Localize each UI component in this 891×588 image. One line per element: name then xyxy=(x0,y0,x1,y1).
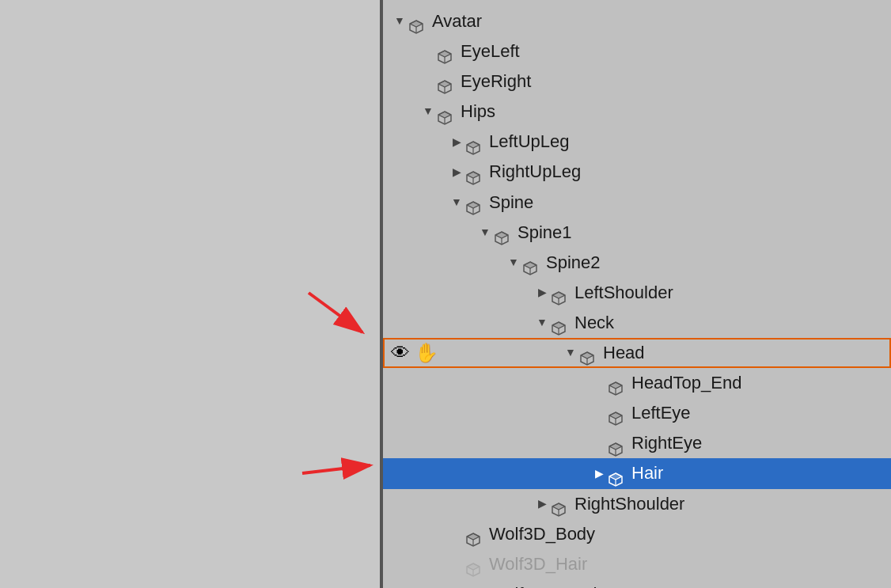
tree-label-lefteye: LeftEye xyxy=(631,400,691,427)
tree-label-neck: Neck xyxy=(574,309,614,336)
tree-item-hair[interactable]: ▶ Hair xyxy=(383,458,891,488)
cube-icon-hips xyxy=(437,103,457,120)
svg-marker-95 xyxy=(467,563,480,570)
tree-item-leftshoulder[interactable]: ▶ LeftShoulder xyxy=(383,278,891,308)
svg-marker-55 xyxy=(552,322,565,328)
svg-line-3 xyxy=(302,465,370,473)
svg-marker-50 xyxy=(552,292,565,298)
tree-arrow-leftshoulder[interactable]: ▶ xyxy=(533,284,551,302)
svg-marker-85 xyxy=(552,503,565,510)
tree-item-rightshoulder[interactable]: ▶ RightShoulder xyxy=(383,489,891,519)
tree-arrow-hips[interactable]: ▼ xyxy=(419,103,437,120)
svg-marker-80 xyxy=(609,473,622,480)
svg-marker-70 xyxy=(609,412,622,419)
tree-label-hair: Hair xyxy=(631,460,663,487)
svg-marker-20 xyxy=(438,112,451,118)
tree-item-headtop_end[interactable]: HeadTop_End xyxy=(383,368,891,398)
cube-icon-rightshoulder xyxy=(551,495,571,513)
svg-marker-60 xyxy=(581,352,593,358)
cube-icon-leftshoulder xyxy=(551,284,571,302)
cube-icon-head xyxy=(579,344,600,362)
cube-icon-righteye xyxy=(608,434,628,452)
tree-arrow-neck[interactable]: ▼ xyxy=(533,314,551,332)
svg-line-2 xyxy=(309,293,362,332)
tree-item-spine2[interactable]: ▼ Spine2 xyxy=(383,248,891,278)
svg-marker-90 xyxy=(467,533,480,540)
tree-label-wolf3d_body: Wolf3D_Body xyxy=(489,521,595,548)
tree-label-wolf3d_hair: Wolf3D_Hair xyxy=(489,551,587,578)
svg-marker-15 xyxy=(438,81,451,87)
tree-label-eyeright: EyeRight xyxy=(461,68,531,95)
tree-label-eyeleft: EyeLeft xyxy=(461,38,520,65)
tree-item-hips[interactable]: ▼ Hips xyxy=(383,97,891,127)
svg-marker-45 xyxy=(524,262,536,268)
tree-container: ▼ Avatar EyeLeft EyeRight▼ Hips▶ LeftUpL… xyxy=(383,0,891,588)
toolbar-icons: 👁 ✋ xyxy=(391,342,438,364)
tree-item-wolf3d_body[interactable]: Wolf3D_Body xyxy=(383,519,891,549)
eye-icon[interactable]: 👁 xyxy=(391,342,410,364)
cube-icon-eyeleft xyxy=(437,43,457,60)
svg-marker-75 xyxy=(609,443,622,450)
tree-label-headtop_end: HeadTop_End xyxy=(631,370,741,396)
tree-item-eyeleft[interactable]: EyeLeft xyxy=(383,36,891,66)
tree-item-spine[interactable]: ▼ Spine xyxy=(383,188,891,218)
tree-item-lefteye[interactable]: LeftEye xyxy=(383,398,891,428)
cube-icon-hair xyxy=(608,465,628,482)
annotation-arrows xyxy=(0,0,380,588)
svg-marker-40 xyxy=(495,232,508,238)
tree-label-rightshoulder: RightShoulder xyxy=(574,491,684,518)
tree-arrow-spine[interactable]: ▼ xyxy=(448,194,465,211)
tree-arrow-head[interactable]: ▼ xyxy=(562,344,579,362)
tree-arrow-avatar[interactable]: ▼ xyxy=(391,13,408,30)
cube-icon-lefteye xyxy=(608,404,628,422)
tree-item-head[interactable]: ▼ Head xyxy=(383,338,891,368)
cube-icon-leftupleg xyxy=(465,133,486,150)
left-panel xyxy=(0,0,380,588)
tree-item-righteye[interactable]: RightEye xyxy=(383,428,891,458)
tree-item-wolf3d_hair[interactable]: Wolf3D_Hair xyxy=(383,549,891,579)
tree-label-leftupleg: LeftUpLeg xyxy=(489,128,570,155)
tree-label-leftshoulder: LeftShoulder xyxy=(574,279,673,306)
hand-icon[interactable]: ✋ xyxy=(415,342,438,364)
tree-arrow-hair[interactable]: ▶ xyxy=(590,465,608,483)
svg-marker-30 xyxy=(467,172,480,178)
right-panel: 👁 ✋ ▼ Avatar EyeLeft EyeRight▼ Hips▶ Lef… xyxy=(383,0,891,588)
tree-arrow-spine2[interactable]: ▼ xyxy=(505,254,522,271)
cube-icon-headtop_end xyxy=(608,374,628,392)
tree-label-rightupleg: RightUpLeg xyxy=(489,158,581,185)
cube-icon-wolf3d_body xyxy=(465,525,486,543)
tree-label-spine: Spine xyxy=(489,189,533,216)
tree-item-neck[interactable]: ▼ Neck xyxy=(383,308,891,338)
cube-icon-eyeright xyxy=(437,73,457,90)
tree-label-head: Head xyxy=(603,340,645,366)
svg-marker-10 xyxy=(438,51,451,57)
tree-arrow-rightshoulder[interactable]: ▶ xyxy=(533,495,551,513)
tree-arrow-leftupleg[interactable]: ▶ xyxy=(448,134,465,151)
cube-icon-wolf3d_hair xyxy=(465,556,486,573)
tree-item-avatar[interactable]: ▼ Avatar xyxy=(383,6,891,36)
tree-item-eyeright[interactable]: EyeRight xyxy=(383,66,891,97)
tree-label-righteye: RightEye xyxy=(631,430,702,457)
tree-item-wolf3d_head[interactable]: Wolf3D_Head xyxy=(383,579,891,588)
tree-label-avatar: Avatar xyxy=(432,8,482,35)
tree-item-spine1[interactable]: ▼ Spine1 xyxy=(383,218,891,248)
tree-label-spine2: Spine2 xyxy=(546,249,601,276)
tree-label-wolf3d_head: Wolf3D_Head xyxy=(489,581,597,588)
tree-item-leftupleg[interactable]: ▶ LeftUpLeg xyxy=(383,127,891,157)
tree-item-rightupleg[interactable]: ▶ RightUpLeg xyxy=(383,157,891,187)
cube-icon-rightupleg xyxy=(465,164,486,181)
svg-marker-35 xyxy=(467,202,480,208)
svg-marker-65 xyxy=(609,382,622,389)
tree-label-spine1: Spine1 xyxy=(518,219,572,246)
tree-arrow-rightupleg[interactable]: ▶ xyxy=(448,164,465,181)
cube-icon-spine xyxy=(465,194,486,211)
cube-icon-spine1 xyxy=(494,224,514,241)
svg-marker-25 xyxy=(467,142,480,148)
cube-icon-avatar xyxy=(408,13,429,30)
tree-arrow-spine1[interactable]: ▼ xyxy=(476,224,494,241)
cube-icon-neck xyxy=(551,314,571,332)
tree-label-hips: Hips xyxy=(461,98,495,125)
svg-marker-5 xyxy=(410,21,423,27)
cube-icon-spine2 xyxy=(522,254,543,271)
